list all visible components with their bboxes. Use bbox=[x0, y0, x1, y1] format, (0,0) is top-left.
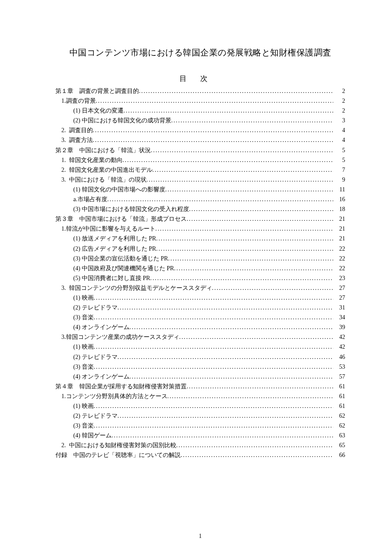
toc-entry-page: 22 bbox=[333, 263, 345, 273]
toc-entry-page: 53 bbox=[333, 362, 345, 372]
toc-leader-dots bbox=[94, 421, 333, 431]
toc-leader-dots bbox=[165, 185, 333, 194]
toc-entry-page: 2 bbox=[333, 86, 345, 96]
toc-entry-page: 62 bbox=[333, 421, 345, 431]
toc-entry-label: 2. 韓国文化産業の中国進出モデル bbox=[61, 165, 153, 175]
toc-leader-dots bbox=[156, 244, 333, 254]
toc-entry-page: 66 bbox=[333, 450, 345, 460]
toc-entry: 3.韓国コンテンツ産業の成功ケーススタディ 42 bbox=[55, 332, 345, 342]
toc-entry-label: (1) 映画 bbox=[73, 401, 94, 411]
toc-entry-label: (1) 韓国文化の中国市場への影響度 bbox=[73, 185, 165, 194]
toc-entry-page: 9 bbox=[333, 175, 345, 185]
page-number: 1 bbox=[55, 533, 345, 540]
toc-entry-label: 第４章 韓国企業が採用する知財権侵害対策措置 bbox=[55, 382, 187, 391]
toc-leader-dots bbox=[151, 145, 333, 155]
toc-entry-label: (2) 中国における韓国文化の成功背景 bbox=[73, 116, 171, 125]
toc-leader-dots bbox=[96, 96, 334, 106]
toc-leader-dots bbox=[118, 352, 333, 362]
toc-entry-label: (3) 音楽 bbox=[73, 362, 94, 372]
toc-entry: (4) オンラインゲーム 39 bbox=[55, 322, 345, 332]
toc-entry: (3) 中国市場における韓国文化の受入れ程度 18 bbox=[55, 204, 345, 214]
toc-leader-dots bbox=[187, 214, 333, 224]
toc-entry-label: (2) テレビドラマ bbox=[73, 411, 118, 421]
toc-entry: 第４章 韓国企業が採用する知財権侵害対策措置 61 bbox=[55, 382, 345, 391]
toc-entry: (2) 中国における韓国文化の成功背景 3 bbox=[55, 116, 345, 125]
toc-entry-label: 1.韓流が中国に影響を与えるルート bbox=[61, 224, 156, 234]
document-page: 中国コンテンツ市場における韓国企業の発展戦略と知財権保護調査 目次 第１章 調査… bbox=[0, 0, 392, 555]
toc-entry-page: 65 bbox=[333, 440, 345, 450]
toc-leader-dots bbox=[167, 391, 334, 401]
toc-leader-dots bbox=[124, 106, 333, 116]
document-title: 中国コンテンツ市場における韓国企業の発展戦略と知財権保護調査 bbox=[55, 47, 345, 58]
toc-leader-dots bbox=[93, 125, 334, 135]
toc-leader-dots bbox=[93, 135, 334, 145]
toc-entry-label: 付録 中国のテレビ「視聴率」についての解説 bbox=[55, 450, 181, 460]
toc-leader-dots bbox=[147, 175, 334, 185]
toc-entry: (5) 中国消費者に対し直接 PR 23 bbox=[55, 273, 345, 283]
toc-entry-page: 27 bbox=[333, 293, 345, 303]
toc-entry: 第１章 調査の背景と調査目的 2 bbox=[55, 86, 345, 96]
toc-entry-label: 1. 韓国文化産業の動向 bbox=[61, 155, 123, 165]
toc-entry-label: (4) オンラインゲーム bbox=[73, 372, 130, 382]
toc-entry-page: 62 bbox=[333, 411, 345, 421]
toc-leader-dots bbox=[123, 155, 334, 165]
toc-entry: 1. 韓国文化産業の動向 5 bbox=[55, 155, 345, 165]
toc-leader-dots bbox=[150, 273, 333, 283]
toc-entry: 1.韓流が中国に影響を与えるルート 21 bbox=[55, 224, 345, 234]
table-of-contents: 第１章 調査の背景と調査目的 21.調査の背景 2(1) 日本文化の変遷 2(2… bbox=[55, 86, 345, 460]
toc-entry-page: 21 bbox=[333, 214, 345, 224]
toc-entry-page: 5 bbox=[333, 155, 345, 165]
toc-entry: (3) 音楽 34 bbox=[55, 312, 345, 322]
toc-entry-page: 21 bbox=[333, 234, 345, 243]
toc-entry-label: 3. 調査方法 bbox=[61, 135, 93, 145]
toc-entry-label: 3. 中国における「韓流」の現状 bbox=[61, 175, 147, 185]
toc-entry-label: (4) オンラインゲーム bbox=[73, 322, 130, 332]
toc-entry: (4) オンラインゲーム 57 bbox=[55, 372, 345, 382]
toc-entry: 第２章 中国における「韓流」状況 5 bbox=[55, 145, 345, 155]
toc-entry: (4) 中国政府及び関連機関を通じた PR 22 bbox=[55, 263, 345, 273]
toc-entry-label: (4) 中国政府及び関連機関を通じた PR bbox=[73, 263, 174, 273]
toc-entry: 3. 韓国コンテンツの分野別収益モデルとケーススタディ 27 bbox=[55, 283, 345, 293]
toc-entry: a.市場占有度 16 bbox=[55, 194, 345, 204]
toc-entry-label: 2. 調査目的 bbox=[61, 125, 93, 135]
toc-leader-dots bbox=[94, 293, 333, 303]
toc-leader-dots bbox=[118, 411, 333, 421]
toc-entry-page: 39 bbox=[333, 322, 345, 332]
toc-entry: (2) テレビドラマ 31 bbox=[55, 303, 345, 312]
toc-entry-label: (1) 映画 bbox=[73, 293, 94, 303]
toc-heading: 目次 bbox=[55, 74, 345, 84]
toc-entry: (1) 映画 42 bbox=[55, 342, 345, 352]
toc-entry: 3. 調査方法 4 bbox=[55, 135, 345, 145]
toc-entry-page: 3 bbox=[333, 116, 345, 125]
toc-entry-label: 3. 韓国コンテンツの分野別収益モデルとケーススタディ bbox=[61, 283, 212, 293]
toc-leader-dots bbox=[156, 234, 333, 243]
toc-entry-label: 1.調査の背景 bbox=[61, 96, 96, 106]
toc-entry: (2) テレビドラマ 46 bbox=[55, 352, 345, 362]
toc-leader-dots bbox=[94, 401, 333, 411]
toc-leader-dots bbox=[94, 312, 333, 322]
toc-entry: 1.コンテンツ分野別具体的方法とケース 61 bbox=[55, 391, 345, 401]
toc-entry: (4) 韓国ゲーム 63 bbox=[55, 431, 345, 440]
toc-leader-dots bbox=[118, 303, 333, 312]
toc-entry-label: (3) 音楽 bbox=[73, 312, 94, 322]
toc-leader-dots bbox=[139, 86, 333, 96]
toc-leader-dots bbox=[107, 194, 333, 204]
toc-leader-dots bbox=[181, 450, 333, 460]
toc-leader-dots bbox=[212, 283, 334, 293]
toc-entry: 2. 調査目的 4 bbox=[55, 125, 345, 135]
toc-entry-page: 23 bbox=[333, 273, 345, 283]
toc-entry-label: (3) 中国企業の宣伝活動を通じた PR bbox=[73, 254, 168, 263]
toc-entry-page: 2 bbox=[333, 106, 345, 116]
toc-entry-label: (1) 映画 bbox=[73, 342, 94, 352]
toc-entry-page: 61 bbox=[333, 391, 345, 401]
toc-entry-page: 18 bbox=[333, 204, 345, 214]
toc-entry-label: (3) 中国市場における韓国文化の受入れ程度 bbox=[73, 204, 189, 214]
toc-entry: 3. 中国における「韓流」の現状 9 bbox=[55, 175, 345, 185]
toc-leader-dots bbox=[187, 382, 333, 391]
toc-entry: (3) 中国企業の宣伝活動を通じた PR 22 bbox=[55, 254, 345, 263]
toc-entry-label: 2. 中国における知財権侵害対策の国別比較 bbox=[61, 440, 176, 450]
toc-leader-dots bbox=[94, 342, 333, 352]
toc-entry-page: 22 bbox=[333, 254, 345, 263]
toc-entry-label: a.市場占有度 bbox=[73, 194, 107, 204]
toc-entry: (1) 韓国文化の中国市場への影響度 11 bbox=[55, 185, 345, 194]
